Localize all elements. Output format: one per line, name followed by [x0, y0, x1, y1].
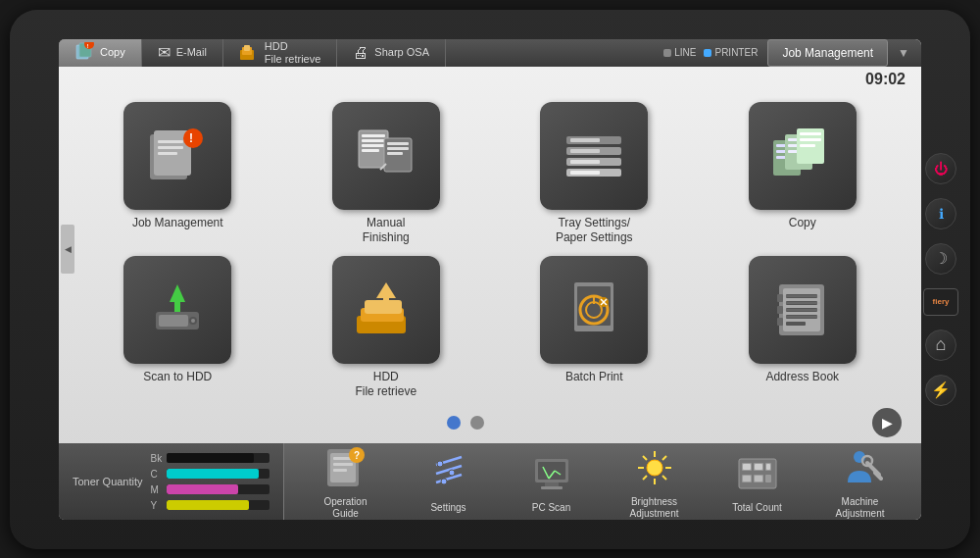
settings-icon: [426, 451, 471, 496]
machine-adjust-label: MachineAdjustment: [835, 496, 884, 520]
svg-rect-29: [570, 149, 600, 153]
total-count-item[interactable]: Total Count: [723, 449, 792, 514]
address-book-item[interactable]: Address Book: [704, 256, 903, 400]
line-label: LINE: [674, 47, 696, 58]
svg-rect-113: [743, 464, 751, 470]
address-book-icon-box: [749, 256, 857, 364]
tab-osa[interactable]: 🖨 Sharp OSA: [337, 39, 446, 67]
line-dot: [663, 49, 671, 57]
job-management-item[interactable]: ! Job Management: [78, 102, 277, 246]
job-management-label: Job Management: [132, 216, 223, 231]
usb-button[interactable]: ⚡: [925, 375, 956, 406]
operation-guide-item[interactable]: ? OperationGuide: [312, 443, 380, 520]
printer-label: PRINTER: [714, 47, 758, 58]
dropdown-arrow[interactable]: ▼: [898, 46, 909, 60]
sleep-button[interactable]: ☽: [925, 243, 956, 275]
tab-right-area: LINE PRINTER Job Management ▼: [663, 39, 921, 67]
settings-label: Settings: [430, 502, 466, 514]
svg-rect-15: [362, 134, 385, 137]
brightness-label: BrightnessAdjustment: [629, 496, 678, 520]
main-icons-grid: ! Job Management: [78, 102, 902, 396]
svg-marker-48: [170, 284, 185, 302]
tray-settings-icon: [559, 121, 629, 191]
toner-m-bg: [167, 484, 270, 494]
tab-hdd[interactable]: HDDFile retrieve: [223, 39, 337, 67]
settings-item[interactable]: Settings: [415, 449, 483, 514]
manual-finishing-label: ManualFinishing: [363, 216, 410, 246]
toner-y-row: Y: [151, 500, 270, 511]
toner-c-fill: [167, 469, 260, 479]
svg-point-87: [437, 461, 443, 467]
icons-grid-wrapper: ◀ !: [59, 92, 921, 406]
svg-point-47: [191, 319, 195, 323]
operation-guide-icon: ?: [323, 445, 368, 490]
svg-rect-41: [800, 132, 821, 135]
svg-rect-116: [743, 476, 751, 482]
copy-item[interactable]: Copy: [704, 102, 903, 246]
svg-rect-72: [777, 318, 783, 326]
svg-rect-22: [387, 152, 403, 155]
page-dot-2[interactable]: [470, 416, 484, 430]
tab-copy[interactable]: ! Copy: [59, 39, 142, 67]
toner-y-bg: [167, 500, 270, 510]
svg-rect-80: [333, 463, 353, 466]
pc-scan-item[interactable]: PC Scan: [517, 449, 586, 514]
hdd-retrieve-item[interactable]: HDDFile retrieve: [287, 256, 486, 400]
svg-line-104: [662, 456, 666, 460]
svg-rect-49: [174, 300, 180, 312]
machine-adjust-icon: [838, 445, 883, 490]
batch-print-item[interactable]: Batch Print: [495, 256, 694, 400]
manual-finishing-item[interactable]: ManualFinishing: [287, 102, 486, 246]
svg-rect-70: [777, 294, 783, 302]
scroll-indicator: ◀: [61, 225, 74, 274]
tab-hdd-label: HDDFile retrieve: [265, 40, 320, 64]
printer-dot: [704, 49, 711, 57]
info-button[interactable]: ℹ: [925, 198, 956, 229]
page-next-button[interactable]: ▶: [872, 408, 902, 437]
svg-rect-71: [777, 306, 783, 314]
scan-to-hdd-icon-box: [123, 256, 231, 364]
pagination-dots: [59, 416, 872, 430]
tray-settings-item[interactable]: Tray Settings/Paper Settings: [495, 102, 694, 246]
svg-line-103: [662, 476, 666, 480]
job-management-button[interactable]: Job Management: [767, 39, 888, 67]
hdd-retrieve-icon: [351, 275, 421, 345]
main-content: 09:02 ◀: [59, 67, 921, 443]
pc-scan-icon: [529, 451, 574, 496]
hdd-retrieve-label: HDDFile retrieve: [355, 370, 416, 400]
toner-c-row: C: [151, 469, 270, 480]
tab-email[interactable]: ✉ E-Mail: [142, 39, 223, 67]
svg-rect-30: [570, 160, 600, 164]
copy-icon: [767, 121, 838, 191]
copy-label: Copy: [789, 216, 816, 231]
machine-adjust-item[interactable]: MachineAdjustment: [826, 443, 895, 520]
page-dot-1[interactable]: [447, 416, 461, 430]
batch-print-icon-box: [540, 256, 648, 364]
pc-scan-label: PC Scan: [532, 502, 570, 514]
home-button[interactable]: ⌂: [925, 330, 956, 361]
hdd-tab-icon: [239, 42, 259, 64]
svg-text:!: !: [189, 131, 193, 145]
svg-rect-28: [570, 138, 600, 142]
toner-bk-fill: [167, 453, 255, 463]
toner-bk-row: Bk: [151, 453, 270, 464]
side-button-panel: ⏻ ℹ ☽ fiery ⌂ ⚡: [923, 153, 958, 406]
email-tab-icon: ✉: [158, 43, 171, 62]
osa-tab-icon: 🖨: [353, 44, 368, 62]
scan-to-hdd-label: Scan to HDD: [143, 370, 212, 385]
svg-rect-31: [570, 171, 600, 175]
bottom-icons: ? OperationGuide: [284, 443, 921, 520]
power-button[interactable]: ⏻: [925, 153, 956, 184]
toner-bk-key: Bk: [151, 453, 161, 464]
svg-point-89: [441, 479, 447, 484]
time-display: 09:02: [59, 67, 921, 92]
svg-line-105: [643, 476, 647, 480]
main-screen: ! Copy ✉ E-Mail HDDFile retrieve: [59, 39, 921, 520]
fiery-button[interactable]: fiery: [923, 288, 958, 316]
svg-rect-54: [383, 296, 389, 304]
svg-marker-53: [376, 282, 396, 298]
toner-bk-bg: [167, 453, 270, 463]
scan-to-hdd-item[interactable]: Scan to HDD: [78, 256, 277, 400]
brightness-item[interactable]: BrightnessAdjustment: [620, 443, 689, 520]
toner-bars: Bk C M: [151, 453, 270, 511]
